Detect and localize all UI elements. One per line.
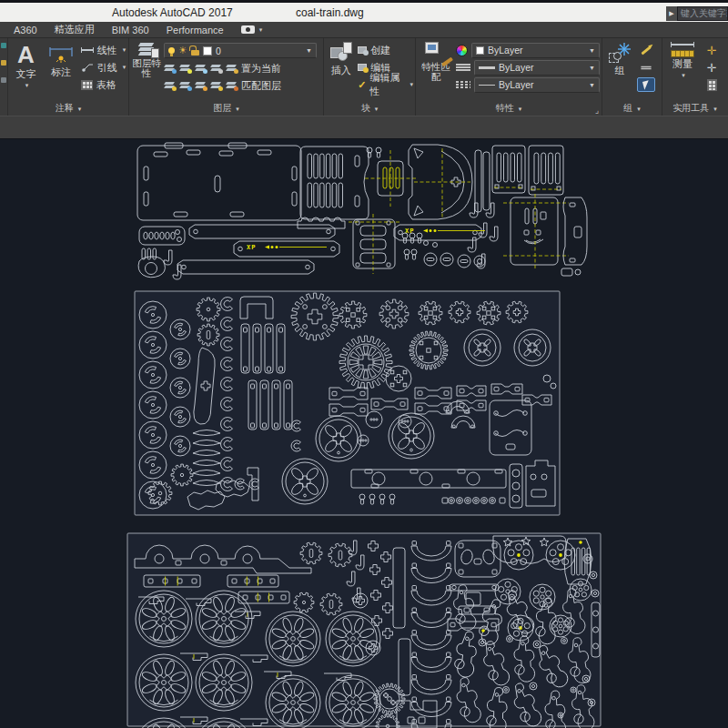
set-current-button[interactable]: 置为当前 bbox=[241, 62, 281, 76]
chevron-down-icon: ▾ bbox=[123, 46, 126, 54]
match-properties-icon bbox=[425, 42, 447, 60]
calculator-icon bbox=[707, 79, 717, 91]
panel-launcher-icon[interactable]: ⌟ bbox=[595, 106, 599, 115]
current-layer-name: 0 bbox=[216, 46, 221, 56]
parts-sheet-middle[interactable] bbox=[133, 289, 564, 519]
lineweight-sample bbox=[479, 66, 495, 69]
panel-clipped-left bbox=[0, 38, 8, 116]
search-input[interactable]: 键入关键字或 bbox=[677, 6, 728, 21]
layer-row-1: 置为当前 bbox=[164, 61, 320, 76]
insert-icon bbox=[330, 42, 352, 64]
panel-block: 插入 创建 编辑 ✓ 编辑属性 ▾ 块 ▾ bbox=[324, 38, 416, 116]
lineweight-dropdown[interactable]: ByLayer ▼ bbox=[474, 60, 600, 76]
edit-attributes-label: 编辑属性 bbox=[370, 71, 405, 98]
insert-label: 插入 bbox=[331, 66, 351, 76]
parts-sheet-top[interactable]: XPXP bbox=[121, 139, 590, 281]
dimension-button[interactable]: 标注 bbox=[44, 41, 79, 102]
edit-attributes-icon: ✓ bbox=[358, 79, 366, 91]
group-label: 组 bbox=[615, 66, 625, 76]
panel-label-block[interactable]: 块 ▾ bbox=[324, 102, 415, 116]
linetype-sample bbox=[479, 85, 495, 86]
match-layer-icon[interactable] bbox=[226, 81, 238, 90]
menu-tab-a360[interactable]: A360 bbox=[14, 25, 37, 35]
parts-sheet-bottom[interactable] bbox=[126, 531, 604, 728]
chevron-down-icon: ▾ bbox=[519, 106, 522, 112]
menu-tab-featured-apps[interactable]: 精选应用 bbox=[55, 23, 95, 36]
layer-dropdown[interactable]: ☀ 0 ▼ bbox=[164, 43, 317, 58]
chevron-down-icon: ▾ bbox=[410, 81, 413, 88]
color-swatch bbox=[476, 46, 484, 55]
point-button[interactable]: ✛ bbox=[703, 60, 721, 75]
document-name: coal-train.dwg bbox=[296, 6, 364, 19]
measure-label: 测量 bbox=[672, 58, 693, 69]
layer-on-icon bbox=[168, 47, 175, 54]
layer-properties-button[interactable]: 图层特性 bbox=[131, 41, 162, 102]
layer-thaw-all-icon[interactable] bbox=[195, 81, 207, 90]
table-label: 表格 bbox=[96, 78, 116, 92]
menu-tab-bim360[interactable]: BIM 360 bbox=[112, 25, 149, 35]
chevron-down-icon: ▾ bbox=[25, 82, 29, 88]
set-current-icon[interactable] bbox=[226, 64, 238, 73]
layer-off-icon[interactable] bbox=[164, 64, 176, 73]
text-label: 文字 bbox=[15, 68, 35, 79]
group-selection-toggle[interactable] bbox=[637, 77, 655, 92]
chevron-down-icon: ▼ bbox=[589, 82, 595, 88]
id-point-button[interactable]: ✛ bbox=[703, 43, 721, 57]
search-expand-icon[interactable]: ▶ bbox=[666, 6, 677, 21]
panel-layers: 图层特性 ☀ 0 ▼ 置为当前 bbox=[129, 38, 324, 116]
linear-icon bbox=[81, 47, 94, 53]
lineweight-icon bbox=[456, 63, 470, 72]
layer-unisolate-icon[interactable] bbox=[179, 81, 191, 90]
chevron-down-icon: ▾ bbox=[259, 26, 263, 34]
leader-button[interactable]: 引线▾ bbox=[81, 60, 126, 75]
table-button[interactable]: 表格 bbox=[81, 77, 126, 92]
linear-label: 线性 bbox=[97, 44, 117, 57]
layer-freeze-icon[interactable] bbox=[195, 64, 207, 73]
group-edit-button[interactable] bbox=[637, 43, 655, 57]
measure-ruler-icon bbox=[671, 50, 694, 57]
panel-label-annotation[interactable]: 注释 ▾ bbox=[8, 102, 128, 116]
edit-attributes-button[interactable]: ✓ 编辑属性 ▾ bbox=[358, 77, 413, 92]
group-button[interactable]: 组 bbox=[604, 41, 635, 102]
menu-tab-performance[interactable]: Performance bbox=[167, 25, 224, 35]
panel-label-properties[interactable]: 特性 ▾ bbox=[416, 102, 602, 116]
chevron-down-icon: ▾ bbox=[375, 106, 379, 112]
edit-block-icon bbox=[358, 64, 367, 71]
quick-calc-button[interactable] bbox=[703, 77, 721, 92]
screencast-menu[interactable]: ▾ bbox=[241, 25, 263, 34]
dimension-label: 标注 bbox=[51, 66, 71, 77]
match-layer-button[interactable]: 匹配图层 bbox=[241, 79, 281, 93]
linetype-dropdown[interactable]: ByLayer ▼ bbox=[474, 77, 600, 93]
layer-lock-icon[interactable] bbox=[210, 64, 222, 73]
titlebar: Autodesk AutoCAD 2017 coal-train.dwg ▶ 键… bbox=[0, 3, 728, 22]
layer-thaw-icon: ☀ bbox=[178, 46, 187, 56]
panel-label-utilities[interactable]: 实用工具 ▾ bbox=[662, 102, 727, 116]
text-button[interactable]: A 文字▾ bbox=[10, 41, 42, 102]
panel-properties: 特性匹配 ByLayer ▼ ByLayer ▼ bbox=[416, 38, 602, 116]
create-block-button[interactable]: 创建 bbox=[358, 43, 413, 57]
clipped-icon bbox=[1, 60, 6, 66]
panel-group: 组 组 ▾ bbox=[602, 38, 662, 116]
leader-icon bbox=[81, 62, 94, 73]
drawing-canvas[interactable]: XPXP bbox=[0, 139, 728, 728]
layer-isolate-icon[interactable] bbox=[179, 64, 191, 73]
layer-on-all-icon[interactable] bbox=[164, 81, 176, 90]
chevron-down-icon: ▾ bbox=[78, 106, 82, 112]
match-properties-button[interactable]: 特性匹配 bbox=[418, 41, 454, 102]
ribbon-bottom-strip bbox=[0, 116, 728, 139]
panel-label-group[interactable]: 组 ▾ bbox=[602, 102, 662, 116]
insert-button[interactable]: 插入 bbox=[326, 41, 356, 102]
clipped-icon bbox=[1, 43, 6, 48]
layer-unlock-icon-2[interactable] bbox=[210, 81, 222, 90]
linear-button[interactable]: 线性▾ bbox=[81, 43, 126, 57]
ungroup-button[interactable] bbox=[637, 60, 655, 75]
measure-button[interactable]: 测量▾ bbox=[664, 41, 701, 102]
linetype-icon bbox=[456, 80, 470, 89]
object-color-dropdown[interactable]: ByLayer ▼ bbox=[471, 43, 600, 58]
xp-annotation: XP bbox=[247, 244, 256, 251]
chevron-down-icon: ▾ bbox=[236, 106, 239, 112]
panel-label-layers[interactable]: 图层 ▾ bbox=[129, 102, 323, 116]
app-title: Autodesk AutoCAD 2017 bbox=[112, 6, 233, 19]
color-wheel-icon bbox=[456, 45, 468, 56]
match-properties-label: 特性匹配 bbox=[418, 62, 454, 82]
